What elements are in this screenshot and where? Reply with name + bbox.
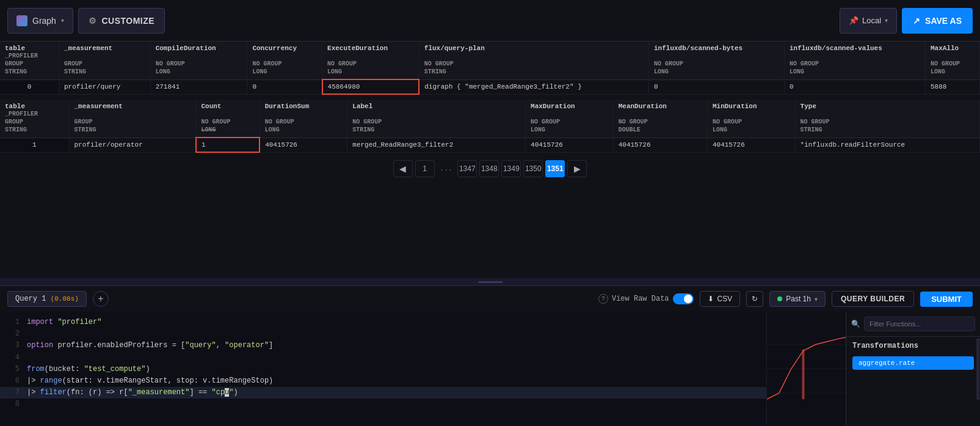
code-editor[interactable]: 1 import "profiler" 2 3 option profiler.… — [0, 312, 766, 426]
query-toolbar: Query 1 (0.08s) + ? View Raw Data ⬇ CSV … — [0, 285, 980, 312]
t2-col-meanduration: MeanDuration NO GROUPDOUBLE — [613, 100, 707, 138]
t2-row1-durationsum: 40415726 — [260, 138, 347, 152]
table-row: 0 profiler/query 271841 0 45864980 digra… — [0, 79, 980, 94]
next-page-button[interactable]: ▶ — [567, 160, 587, 177]
page-ellipsis: ... — [437, 164, 456, 173]
page-1351-button[interactable]: 1351 — [545, 160, 565, 177]
t1-col-execute: ExecuteDuration NO GROUPLONG — [322, 42, 419, 79]
code-line-3: 3 option profiler.enabledProfilers = ["q… — [0, 340, 766, 351]
t1-row0-execute: 45864980 — [322, 79, 419, 94]
help-icon: ? — [598, 294, 608, 304]
code-line-4: 4 — [0, 352, 766, 364]
code-line-5: 5 from(bucket: "test_compute") — [0, 364, 766, 375]
table-row: 1 profiler/operator 1 40415726 merged_Re… — [0, 138, 980, 152]
t1-row0-concurrency: 0 — [247, 79, 322, 94]
t2-row1-meanduration: 40415726 — [613, 138, 707, 152]
pin-icon: 📌 — [849, 16, 858, 25]
filter-functions-bar: 🔍 — [846, 312, 980, 337]
chevron-down-icon-time: ▾ — [815, 296, 818, 303]
drag-handle-icon — [478, 281, 503, 283]
customize-button[interactable]: ⚙ CUSTOMIZE — [78, 8, 165, 34]
svg-rect-4 — [802, 350, 805, 399]
table-2: table _PROFILERGROUPSTRING _measurement … — [0, 100, 980, 153]
bottom-panel: Query 1 (0.08s) + ? View Raw Data ⬇ CSV … — [0, 285, 980, 426]
table2-header-row: table _PROFILERGROUPSTRING _measurement … — [0, 100, 980, 138]
view-raw-label: View Raw Data — [612, 295, 669, 303]
t1-row0-scanned-values: 0 — [784, 79, 925, 94]
save-as-label: SAVE AS — [925, 16, 962, 26]
csv-button[interactable]: ⬇ CSV — [700, 291, 741, 307]
refresh-button[interactable]: ↻ — [746, 291, 763, 307]
gear-icon: ⚙ — [89, 16, 97, 26]
t2-row1-measurement: profiler/operator — [69, 138, 196, 152]
status-dot — [777, 296, 782, 301]
query-timing: (0.08s) — [51, 295, 79, 303]
t1-row0-idx: 0 — [0, 79, 59, 94]
local-button[interactable]: 📌 Local ▾ — [840, 8, 897, 34]
t1-row0-maxallo: 5888 — [925, 79, 979, 94]
code-line-2: 2 — [0, 328, 766, 340]
t1-col-scanned-bytes: influxdb/scanned-bytes NO GROUPLONG — [649, 42, 785, 79]
code-line-1: 1 import "profiler" — [0, 317, 766, 328]
functions-tab[interactable]: Functions — [976, 339, 980, 399]
query-builder-button[interactable]: QUERY BUILDER — [832, 291, 914, 307]
submit-button[interactable]: SUBMIT — [920, 292, 973, 307]
local-label: Local — [862, 16, 881, 25]
save-as-button[interactable]: ↗ SAVE AS — [902, 8, 973, 34]
t2-row1-minduration: 40415726 — [707, 138, 795, 152]
table1-header-row: table _PROFILERGROUPSTRING _measurement … — [0, 42, 980, 79]
page-1349-button[interactable]: 1349 — [501, 160, 521, 177]
t1-row0-compile: 271841 — [150, 79, 247, 94]
table-1: table _PROFILERGROUPSTRING _measurement … — [0, 42, 980, 95]
t1-row0-queryplan: digraph { "merged_ReadRange3_filter2" } — [419, 79, 648, 94]
t2-col-table: table _PROFILERGROUPSTRING — [0, 100, 69, 138]
view-raw-toggle-group: ? View Raw Data — [598, 293, 694, 304]
save-icon: ↗ — [913, 16, 920, 26]
code-line-6: 6 |> range(start: v.timeRangeStart, stop… — [0, 375, 766, 387]
page-1-button[interactable]: 1 — [415, 160, 435, 177]
prev-page-button[interactable]: ◀ — [393, 160, 413, 177]
t2-col-label: Label NO GROUPSTRING — [347, 100, 526, 138]
query-tab-1[interactable]: Query 1 (0.08s) — [7, 291, 87, 307]
t2-row1-idx: 1 — [0, 138, 69, 152]
t1-col-queryplan: flux/query-plan NO GROUPSTRING — [419, 42, 648, 79]
t2-col-maxduration: MaxDuration NO GROUPLONG — [526, 100, 614, 138]
customize-label: CUSTOMIZE — [101, 16, 154, 26]
download-icon: ⬇ — [708, 295, 714, 303]
query-tab-label: Query 1 — [15, 295, 46, 303]
t2-col-measurement: _measurement GROUPSTRING — [69, 100, 196, 138]
filter-functions-input[interactable] — [864, 317, 975, 331]
t2-col-durationsum: DurationSum NO GROUPLONG — [260, 100, 347, 138]
chevron-down-icon-local: ▾ — [885, 17, 888, 24]
right-panel-wrapper: 🔍 Transformations aggregate.rate Functio… — [846, 312, 980, 426]
drag-handle[interactable] — [0, 278, 980, 285]
t2-row1-maxduration: 40415726 — [526, 138, 614, 152]
graph-icon — [16, 15, 27, 26]
top-toolbar: Graph ▾ ⚙ CUSTOMIZE 📌 Local ▾ ↗ SAVE AS — [0, 0, 980, 42]
t2-col-minduration: MinDuration NO GROUPLONG — [707, 100, 795, 138]
t1-col-maxallo: MaxAllo NO GROUPLONG — [925, 42, 979, 79]
add-query-button[interactable]: + — [93, 291, 109, 307]
t1-row0-scanned-bytes: 0 — [649, 79, 785, 94]
t2-row1-count: 1 — [196, 138, 260, 152]
graph-label: Graph — [32, 16, 56, 26]
pagination: ◀ 1 ... 1347 1348 1349 1350 1351 ▶ — [0, 153, 980, 185]
t1-col-compile: CompileDuration NO GROUPLONG — [150, 42, 247, 79]
page-1348-button[interactable]: 1348 — [479, 160, 499, 177]
t2-row1-type: *influxdb.readFilterSource — [795, 138, 979, 152]
graph-button[interactable]: Graph ▾ — [7, 8, 73, 34]
aggregate-rate-chip[interactable]: aggregate.rate — [852, 356, 974, 370]
editor-area: 1 import "profiler" 2 3 option profiler.… — [0, 312, 980, 426]
page-1347-button[interactable]: 1347 — [457, 160, 477, 177]
transformations-title: Transformations — [846, 337, 980, 354]
code-line-7: 7 |> filter(fn: (r) => r["_measurement"]… — [0, 387, 766, 398]
csv-label: CSV — [717, 295, 733, 303]
t1-col-measurement: _measurement GROUPSTRING — [59, 42, 150, 79]
mini-graph-preview — [766, 312, 846, 426]
time-range-button[interactable]: Past 1h ▾ — [769, 291, 826, 307]
page-1350-button[interactable]: 1350 — [523, 160, 543, 177]
t1-col-concurrency: Concurrency NO GROUPLONG — [247, 42, 322, 79]
code-line-8: 8 — [0, 398, 766, 410]
t2-col-count: Count NO GROUPLONG — [196, 100, 260, 138]
view-raw-toggle[interactable] — [673, 293, 694, 304]
